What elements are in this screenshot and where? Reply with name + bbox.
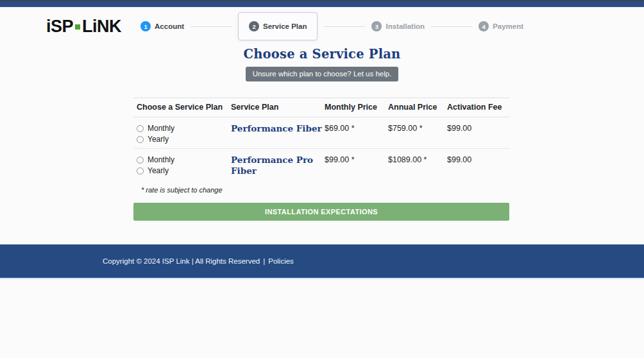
monthly-option-label: Monthly: [148, 155, 174, 166]
column-header-activation-fee: Activation Fee: [447, 103, 509, 112]
yearly-option-label: Yearly: [148, 134, 169, 145]
step-connector: [324, 26, 365, 27]
installation-expectations-button[interactable]: INSTALLATION EXPECTATIONS: [133, 203, 509, 221]
annual-price: $1089.00 *: [388, 155, 447, 176]
column-header-annual-price: Annual Price: [388, 103, 447, 112]
step-account-number: 1: [140, 21, 151, 31]
step-installation-number: 3: [371, 21, 382, 31]
rate-disclaimer-note: * rate is subject to change: [141, 186, 509, 194]
radio-yearly-performance-pro-fiber[interactable]: [137, 167, 144, 175]
stepper: 1 Account 2 Service Plan 3 Installation …: [140, 12, 523, 40]
plan-name: Performance Pro Fiber: [228, 155, 325, 176]
step-account[interactable]: 1 Account: [140, 21, 184, 31]
plan-name: Performance Fiber: [228, 123, 325, 145]
radio-yearly-performance-fiber[interactable]: [137, 136, 144, 143]
step-account-label: Account: [155, 22, 184, 30]
monthly-price: $99.00 *: [325, 155, 388, 176]
monthly-option[interactable]: Monthly: [137, 155, 228, 166]
step-connector: [191, 26, 232, 27]
logo: iSP LiNK: [46, 17, 121, 37]
top-accent-bar: [0, 0, 644, 7]
yearly-option[interactable]: Yearly: [137, 134, 228, 145]
copyright-text: Copyright © 2024 ISP Link | All Rights R…: [103, 257, 260, 265]
table-row-performance-fiber: Monthly Yearly Performance Fiber $69.00 …: [133, 117, 509, 149]
monthly-option-label: Monthly: [148, 123, 174, 134]
help-button[interactable]: Unsure which plan to choose? Let us help…: [246, 67, 399, 81]
active-step-box: 2 Service Plan: [238, 12, 318, 40]
table-row-performance-pro-fiber: Monthly Yearly Performance Pro Fiber $99…: [133, 149, 509, 180]
help-button-wrap: Unsure which plan to choose? Let us help…: [0, 67, 644, 81]
billing-options: Monthly Yearly: [133, 155, 228, 176]
yearly-option[interactable]: Yearly: [137, 166, 228, 176]
step-payment-number: 4: [479, 21, 489, 31]
column-header-monthly-price: Monthly Price: [325, 103, 388, 112]
footer: Copyright © 2024 ISP Link | All Rights R…: [0, 244, 644, 279]
logo-text-left: iSP: [46, 17, 73, 37]
step-installation-label: Installation: [386, 22, 425, 30]
annual-price: $759.00 *: [388, 123, 447, 145]
monthly-option[interactable]: Monthly: [137, 123, 228, 134]
radio-monthly-performance-pro-fiber[interactable]: [137, 157, 144, 164]
policies-link[interactable]: Policies: [268, 257, 294, 265]
table-header-row: Choose a Service Plan Service Plan Month…: [133, 98, 509, 117]
footer-separator: |: [263, 257, 265, 265]
page: iSP LiNK 1 Account 2 Service Plan 3 Inst…: [0, 0, 644, 358]
column-header-choose-plan: Choose a Service Plan: [133, 103, 228, 112]
yearly-option-label: Yearly: [148, 166, 169, 176]
step-payment[interactable]: 4 Payment: [479, 21, 523, 31]
column-header-service-plan: Service Plan: [228, 103, 325, 112]
radio-monthly-performance-fiber[interactable]: [137, 125, 144, 132]
activation-fee: $99.00: [447, 155, 509, 176]
step-service-plan[interactable]: 2 Service Plan: [249, 21, 307, 31]
step-payment-label: Payment: [493, 22, 523, 30]
activation-fee: $99.00: [447, 123, 509, 145]
step-service-plan-number: 2: [249, 21, 259, 31]
billing-options: Monthly Yearly: [133, 123, 228, 145]
logo-text-right: LiNK: [82, 17, 121, 37]
step-service-plan-label: Service Plan: [263, 22, 307, 30]
monthly-price: $69.00 *: [325, 123, 388, 145]
service-plan-table: Choose a Service Plan Service Plan Month…: [133, 98, 509, 221]
logo-square-icon: [75, 24, 80, 30]
header: iSP LiNK 1 Account 2 Service Plan 3 Inst…: [46, 12, 638, 40]
page-title: Choose a Service Plan: [0, 47, 644, 62]
step-installation[interactable]: 3 Installation: [371, 21, 425, 31]
step-connector: [431, 26, 472, 27]
